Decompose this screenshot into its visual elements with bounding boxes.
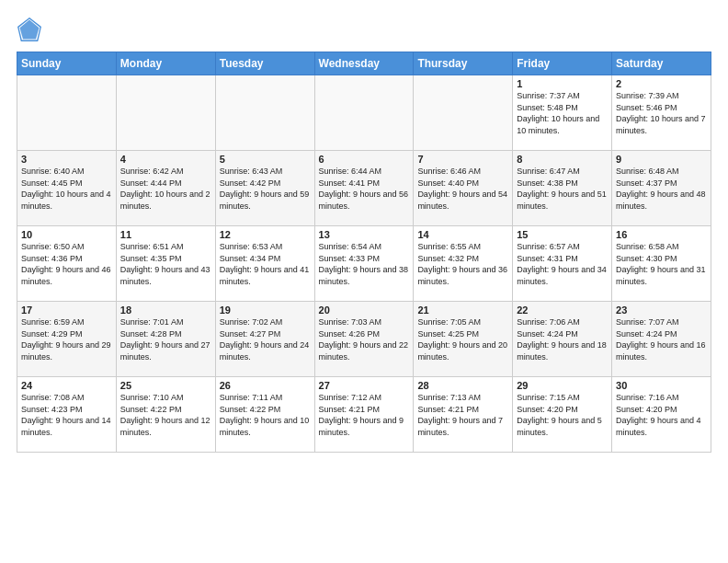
col-header-wednesday: Wednesday xyxy=(314,52,414,75)
day-number: 19 xyxy=(220,304,311,316)
day-number: 7 xyxy=(417,154,508,165)
calendar: SundayMondayTuesdayWednesdayThursdayFrid… xyxy=(17,52,711,453)
week-row-0: 1Sunrise: 7:37 AM Sunset: 5:48 PM Daylig… xyxy=(17,75,711,151)
calendar-cell: 29Sunrise: 7:15 AM Sunset: 4:20 PM Dayli… xyxy=(513,377,612,453)
calendar-cell: 18Sunrise: 7:01 AM Sunset: 4:28 PM Dayli… xyxy=(116,302,215,377)
calendar-cell: 10Sunrise: 6:50 AM Sunset: 4:36 PM Dayli… xyxy=(17,226,117,302)
day-number: 3 xyxy=(21,154,112,165)
calendar-cell: 24Sunrise: 7:08 AM Sunset: 4:23 PM Dayli… xyxy=(17,377,117,453)
day-number: 29 xyxy=(517,380,608,391)
day-info: Sunrise: 7:01 AM Sunset: 4:28 PM Dayligh… xyxy=(120,316,211,362)
calendar-cell: 26Sunrise: 7:11 AM Sunset: 4:22 PM Dayli… xyxy=(215,377,314,453)
day-number: 18 xyxy=(120,304,211,316)
calendar-cell xyxy=(314,75,414,151)
day-number: 12 xyxy=(220,229,311,240)
day-number: 22 xyxy=(517,304,608,316)
day-info: Sunrise: 6:42 AM Sunset: 4:44 PM Dayligh… xyxy=(120,166,211,212)
day-info: Sunrise: 6:57 AM Sunset: 4:31 PM Dayligh… xyxy=(517,241,608,287)
calendar-cell: 22Sunrise: 7:06 AM Sunset: 4:24 PM Dayli… xyxy=(513,302,612,377)
day-info: Sunrise: 6:51 AM Sunset: 4:35 PM Dayligh… xyxy=(120,241,211,287)
col-header-thursday: Thursday xyxy=(414,52,513,75)
calendar-cell: 15Sunrise: 6:57 AM Sunset: 4:31 PM Dayli… xyxy=(513,226,612,302)
calendar-cell: 23Sunrise: 7:07 AM Sunset: 4:24 PM Dayli… xyxy=(612,302,711,377)
day-info: Sunrise: 7:13 AM Sunset: 4:21 PM Dayligh… xyxy=(417,392,508,438)
day-info: Sunrise: 7:39 AM Sunset: 5:46 PM Dayligh… xyxy=(616,90,707,136)
calendar-cell: 16Sunrise: 6:58 AM Sunset: 4:30 PM Dayli… xyxy=(612,226,711,302)
calendar-cell xyxy=(414,75,513,151)
day-info: Sunrise: 6:54 AM Sunset: 4:33 PM Dayligh… xyxy=(319,241,410,287)
day-info: Sunrise: 7:06 AM Sunset: 4:24 PM Dayligh… xyxy=(517,316,608,362)
calendar-cell: 14Sunrise: 6:55 AM Sunset: 4:32 PM Dayli… xyxy=(414,226,513,302)
calendar-cell: 4Sunrise: 6:42 AM Sunset: 4:44 PM Daylig… xyxy=(116,151,215,226)
day-info: Sunrise: 7:12 AM Sunset: 4:21 PM Dayligh… xyxy=(319,392,410,438)
calendar-cell: 7Sunrise: 6:46 AM Sunset: 4:40 PM Daylig… xyxy=(414,151,513,226)
day-number: 4 xyxy=(120,154,211,165)
day-number: 2 xyxy=(616,78,707,89)
page: SundayMondayTuesdayWednesdayThursdayFrid… xyxy=(0,0,728,462)
svg-marker-0 xyxy=(20,20,40,40)
calendar-cell xyxy=(215,75,314,151)
day-number: 14 xyxy=(417,229,508,240)
calendar-cell: 11Sunrise: 6:51 AM Sunset: 4:35 PM Dayli… xyxy=(116,226,215,302)
calendar-cell: 25Sunrise: 7:10 AM Sunset: 4:22 PM Dayli… xyxy=(116,377,215,453)
calendar-cell: 28Sunrise: 7:13 AM Sunset: 4:21 PM Dayli… xyxy=(414,377,513,453)
calendar-cell: 9Sunrise: 6:48 AM Sunset: 4:37 PM Daylig… xyxy=(612,151,711,226)
calendar-cell: 27Sunrise: 7:12 AM Sunset: 4:21 PM Dayli… xyxy=(314,377,414,453)
week-row-3: 17Sunrise: 6:59 AM Sunset: 4:29 PM Dayli… xyxy=(17,302,711,377)
day-info: Sunrise: 6:47 AM Sunset: 4:38 PM Dayligh… xyxy=(517,166,608,212)
day-number: 15 xyxy=(517,229,608,240)
day-number: 23 xyxy=(616,304,707,316)
week-row-1: 3Sunrise: 6:40 AM Sunset: 4:45 PM Daylig… xyxy=(17,151,711,226)
calendar-cell: 13Sunrise: 6:54 AM Sunset: 4:33 PM Dayli… xyxy=(314,226,414,302)
col-header-monday: Monday xyxy=(116,52,215,75)
day-number: 17 xyxy=(21,304,112,316)
day-number: 16 xyxy=(616,229,707,240)
col-header-tuesday: Tuesday xyxy=(215,52,314,75)
day-number: 26 xyxy=(220,380,311,391)
day-number: 21 xyxy=(417,304,508,316)
day-info: Sunrise: 6:58 AM Sunset: 4:30 PM Dayligh… xyxy=(616,241,707,287)
day-number: 8 xyxy=(517,154,608,165)
day-number: 1 xyxy=(517,78,608,89)
calendar-cell: 17Sunrise: 6:59 AM Sunset: 4:29 PM Dayli… xyxy=(17,302,117,377)
day-number: 24 xyxy=(21,380,112,391)
day-info: Sunrise: 6:43 AM Sunset: 4:42 PM Dayligh… xyxy=(220,166,311,212)
calendar-cell: 19Sunrise: 7:02 AM Sunset: 4:27 PM Dayli… xyxy=(215,302,314,377)
day-info: Sunrise: 7:05 AM Sunset: 4:25 PM Dayligh… xyxy=(417,316,508,362)
logo-icon xyxy=(17,17,42,42)
calendar-cell: 1Sunrise: 7:37 AM Sunset: 5:48 PM Daylig… xyxy=(513,75,612,151)
day-number: 10 xyxy=(21,229,112,240)
calendar-header-row: SundayMondayTuesdayWednesdayThursdayFrid… xyxy=(17,52,711,75)
day-info: Sunrise: 7:11 AM Sunset: 4:22 PM Dayligh… xyxy=(220,392,311,438)
day-number: 27 xyxy=(319,380,410,391)
day-number: 5 xyxy=(220,154,311,165)
day-number: 25 xyxy=(120,380,211,391)
day-number: 28 xyxy=(417,380,508,391)
day-number: 11 xyxy=(120,229,211,240)
day-info: Sunrise: 7:10 AM Sunset: 4:22 PM Dayligh… xyxy=(120,392,211,438)
day-info: Sunrise: 6:48 AM Sunset: 4:37 PM Dayligh… xyxy=(616,166,707,212)
day-info: Sunrise: 7:37 AM Sunset: 5:48 PM Dayligh… xyxy=(517,90,608,136)
day-number: 13 xyxy=(319,229,410,240)
calendar-cell: 21Sunrise: 7:05 AM Sunset: 4:25 PM Dayli… xyxy=(414,302,513,377)
col-header-saturday: Saturday xyxy=(612,52,711,75)
day-number: 30 xyxy=(616,380,707,391)
day-info: Sunrise: 7:08 AM Sunset: 4:23 PM Dayligh… xyxy=(21,392,112,438)
day-info: Sunrise: 6:59 AM Sunset: 4:29 PM Dayligh… xyxy=(21,316,112,362)
day-info: Sunrise: 6:53 AM Sunset: 4:34 PM Dayligh… xyxy=(220,241,311,287)
day-info: Sunrise: 7:03 AM Sunset: 4:26 PM Dayligh… xyxy=(319,316,410,362)
calendar-cell: 2Sunrise: 7:39 AM Sunset: 5:46 PM Daylig… xyxy=(612,75,711,151)
week-row-4: 24Sunrise: 7:08 AM Sunset: 4:23 PM Dayli… xyxy=(17,377,711,453)
calendar-cell xyxy=(17,75,117,151)
calendar-cell: 6Sunrise: 6:44 AM Sunset: 4:41 PM Daylig… xyxy=(314,151,414,226)
calendar-cell xyxy=(116,75,215,151)
day-number: 20 xyxy=(319,304,410,316)
calendar-cell: 5Sunrise: 6:43 AM Sunset: 4:42 PM Daylig… xyxy=(215,151,314,226)
col-header-sunday: Sunday xyxy=(17,52,117,75)
calendar-cell: 8Sunrise: 6:47 AM Sunset: 4:38 PM Daylig… xyxy=(513,151,612,226)
day-number: 6 xyxy=(319,154,410,165)
logo xyxy=(17,17,46,42)
day-info: Sunrise: 7:02 AM Sunset: 4:27 PM Dayligh… xyxy=(220,316,311,362)
calendar-cell: 3Sunrise: 6:40 AM Sunset: 4:45 PM Daylig… xyxy=(17,151,117,226)
calendar-cell: 20Sunrise: 7:03 AM Sunset: 4:26 PM Dayli… xyxy=(314,302,414,377)
